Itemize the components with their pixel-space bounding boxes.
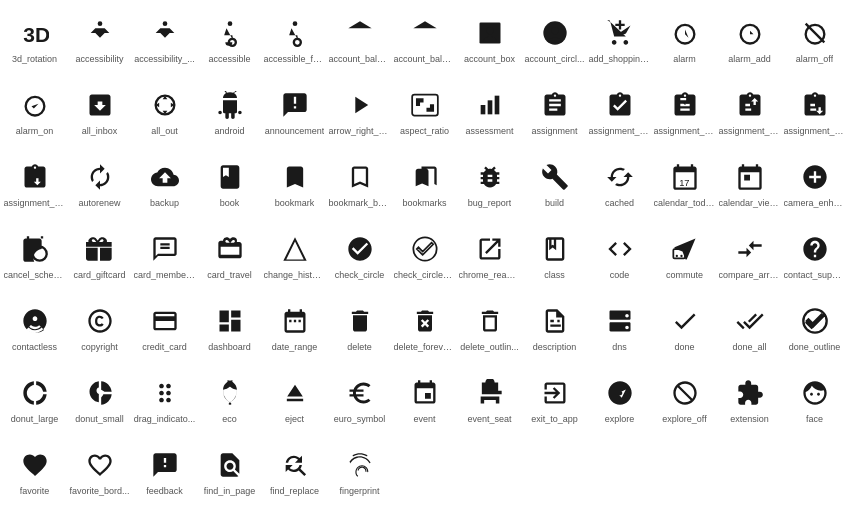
icon-item-delete[interactable]: delete (327, 292, 392, 364)
icon-item-accessible[interactable]: accessible (197, 4, 262, 76)
icon-item-account_box[interactable]: account_box (457, 4, 522, 76)
icon-item-eject[interactable]: eject (262, 364, 327, 436)
icon-item-camera_enhanc[interactable]: camera_enhanc... (782, 148, 847, 220)
icon-item-account_circl[interactable]: account_circl... (522, 4, 587, 76)
icon-item-alarm_off[interactable]: alarm_off (782, 4, 847, 76)
icon-item-fingerprint[interactable]: fingerprint (327, 436, 392, 508)
calendar_toda-icon: 17 (671, 160, 699, 194)
icon-item-donut_large[interactable]: donut_large (2, 364, 67, 436)
icon-item-alarm[interactable]: alarm (652, 4, 717, 76)
icon-item-code[interactable]: code (587, 220, 652, 292)
icon-item-alarm_on[interactable]: alarm_on (2, 76, 67, 148)
icon-item-done_all[interactable]: done_all (717, 292, 782, 364)
icon-item-all_out[interactable]: all_out (132, 76, 197, 148)
icon-item-cancel_schedu[interactable]: cancel_schedu... (2, 220, 67, 292)
done-icon (671, 304, 699, 338)
icon-item-dashboard[interactable]: dashboard (197, 292, 262, 364)
icon-item-done_outline[interactable]: done_outline (782, 292, 847, 364)
icon-grid: 3D3d_rotationaccessibilityaccessibility_… (0, 0, 850, 510)
icon-item-arrow_right_a[interactable]: arrow_right_a... (327, 76, 392, 148)
icon-item-face[interactable]: face (782, 364, 847, 436)
icon-item-all_inbox[interactable]: all_inbox (67, 76, 132, 148)
icon-item-card_travel[interactable]: card_travel (197, 220, 262, 292)
icon-item-find_replace[interactable]: find_replace (262, 436, 327, 508)
icon-item-assignment_tu[interactable]: assignment_tu... (2, 148, 67, 220)
icon-item-find_in_page[interactable]: find_in_page (197, 436, 262, 508)
icon-item-android[interactable]: android (197, 76, 262, 148)
icon-item-card_giftcard[interactable]: card_giftcard (67, 220, 132, 292)
icon-item-copyright[interactable]: copyright (67, 292, 132, 364)
icon-item-done[interactable]: done (652, 292, 717, 364)
dns-icon (606, 304, 634, 338)
icon-item-assignment_in[interactable]: assignment_in... (587, 76, 652, 148)
icon-item-assignment_re[interactable]: assignment_re... (717, 76, 782, 148)
icon-item-description[interactable]: description (522, 292, 587, 364)
announcement-label: announcement (265, 126, 325, 137)
icon-item-autorenew[interactable]: autorenew (67, 148, 132, 220)
icon-item-event_seat[interactable]: event_seat (457, 364, 522, 436)
drag_indicato-label: drag_indicato... (134, 414, 196, 425)
icon-item-bookmark_bord[interactable]: bookmark_bord... (327, 148, 392, 220)
eject-icon (281, 376, 309, 410)
icon-item-feedback[interactable]: feedback (132, 436, 197, 508)
check_circle-label: check_circle (335, 270, 385, 281)
icon-item-eco[interactable]: eco (197, 364, 262, 436)
icon-item-3d_rotation[interactable]: 3D3d_rotation (2, 4, 67, 76)
icon-item-change_histor[interactable]: change_histor... (262, 220, 327, 292)
icon-item-accessibility_[interactable]: accessibility_... (132, 4, 197, 76)
icon-item-favorite_bord[interactable]: favorite_bord... (67, 436, 132, 508)
icon-item-announcement[interactable]: announcement (262, 76, 327, 148)
icon-item-alarm_add[interactable]: alarm_add (717, 4, 782, 76)
icon-item-credit_card[interactable]: credit_card (132, 292, 197, 364)
icon-item-calendar_toda[interactable]: 17calendar_toda... (652, 148, 717, 220)
icon-item-explore_off[interactable]: explore_off (652, 364, 717, 436)
icon-item-calendar_view[interactable]: calendar_view... (717, 148, 782, 220)
icon-item-commute[interactable]: commute (652, 220, 717, 292)
icon-item-exit_to_app[interactable]: exit_to_app (522, 364, 587, 436)
icon-item-card_membersh[interactable]: card_membersh... (132, 220, 197, 292)
icon-item-dns[interactable]: dns (587, 292, 652, 364)
icon-item-accessibility[interactable]: accessibility (67, 4, 132, 76)
icon-item-cached[interactable]: cached (587, 148, 652, 220)
icon-item-date_range[interactable]: date_range (262, 292, 327, 364)
icon-item-delete_foreve[interactable]: delete_foreve... (392, 292, 457, 364)
icon-item-bug_report[interactable]: bug_report (457, 148, 522, 220)
icon-item-aspect_ratio[interactable]: aspect_ratio (392, 76, 457, 148)
icon-item-account_balan[interactable]: account_balan... (327, 4, 392, 76)
icon-item-extension[interactable]: extension (717, 364, 782, 436)
backup-label: backup (150, 198, 179, 209)
assignment_re_-label: assignment_re... (784, 126, 846, 137)
icon-item-euro_symbol[interactable]: euro_symbol (327, 364, 392, 436)
icon-item-bookmark[interactable]: bookmark (262, 148, 327, 220)
icon-item-check_circle[interactable]: check_circle (327, 220, 392, 292)
icon-item-delete_outlin[interactable]: delete_outlin... (457, 292, 522, 364)
icon-item-event[interactable]: event (392, 364, 457, 436)
icon-item-check_circle_[interactable]: check_circle_... (392, 220, 457, 292)
icon-item-bookmarks[interactable]: bookmarks (392, 148, 457, 220)
find_replace-icon (281, 448, 309, 482)
icon-item-class[interactable]: class (522, 220, 587, 292)
cached-label: cached (605, 198, 634, 209)
icon-item-assignment_re_[interactable]: assignment_re... (782, 76, 847, 148)
icon-item-account_balan_[interactable]: account_balan... (392, 4, 457, 76)
icon-item-explore[interactable]: explore (587, 364, 652, 436)
icon-item-build[interactable]: build (522, 148, 587, 220)
icon-item-assignment_la[interactable]: ↩assignment_la... (652, 76, 717, 148)
icon-item-contact_suppo[interactable]: contact_suppo... (782, 220, 847, 292)
card_giftcard-icon (86, 232, 114, 266)
icon-item-assignment[interactable]: assignment (522, 76, 587, 148)
icon-item-compare_arrow[interactable]: compare_arrow... (717, 220, 782, 292)
icon-item-book[interactable]: book (197, 148, 262, 220)
icon-item-add_shopping[interactable]: add_shopping_... (587, 4, 652, 76)
icon-item-assessment[interactable]: assessment (457, 76, 522, 148)
icon-item-backup[interactable]: backup (132, 148, 197, 220)
icon-item-drag_indicato[interactable]: drag_indicato... (132, 364, 197, 436)
account_balan-label: account_balan... (329, 54, 391, 65)
exit_to_app-icon (541, 376, 569, 410)
favorite-label: favorite (20, 486, 50, 497)
icon-item-favorite[interactable]: favorite (2, 436, 67, 508)
icon-item-accessible_fo[interactable]: accessible_fo... (262, 4, 327, 76)
icon-item-contactless[interactable]: contactless (2, 292, 67, 364)
icon-item-donut_small[interactable]: donut_small (67, 364, 132, 436)
icon-item-chrome_reader[interactable]: chrome_reader... (457, 220, 522, 292)
